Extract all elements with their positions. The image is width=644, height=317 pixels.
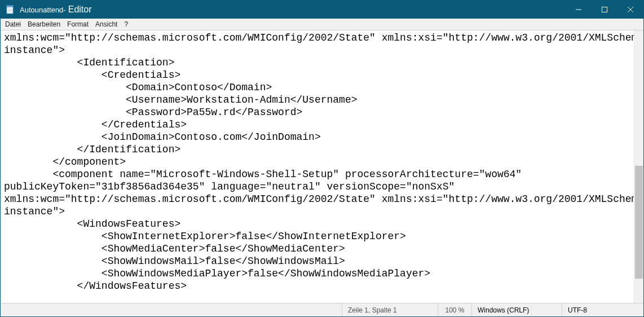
menubar: Datei Bearbeiten Format Ansicht ? [1, 19, 643, 30]
app-icon [1, 5, 20, 14]
menu-format[interactable]: Format [64, 20, 92, 29]
notepad-icon [6, 5, 15, 14]
close-icon [628, 7, 633, 12]
maximize-button[interactable] [592, 1, 617, 19]
title-separator: - [63, 6, 65, 14]
menu-view[interactable]: Ansicht [92, 20, 121, 29]
status-spacer [1, 303, 342, 316]
minimize-button[interactable] [566, 1, 592, 19]
document-name: Autounattend [20, 6, 63, 14]
svg-rect-6 [602, 7, 607, 12]
maximize-icon [602, 7, 607, 12]
titlebar[interactable]: Autounattend - Editor [1, 1, 643, 19]
close-button[interactable] [617, 1, 643, 19]
scrollbar-thumb[interactable] [635, 166, 643, 279]
statusbar: Zeile 1, Spalte 1 100 % Windows (CRLF) U… [1, 303, 643, 316]
app-name: Editor [68, 5, 92, 15]
menu-edit[interactable]: Bearbeiten [24, 20, 64, 29]
svg-rect-1 [7, 6, 13, 7]
status-zoom: 100 % [438, 303, 471, 316]
text-editor[interactable]: xmlns:wcm="http://schemas.microsoft.com/… [1, 30, 643, 303]
notepad-window: Autounattend - Editor Datei Bearbeiten F… [0, 0, 644, 317]
menu-file[interactable]: Datei [2, 20, 24, 29]
menu-help[interactable]: ? [121, 20, 131, 29]
status-cursor-position: Zeile 1, Spalte 1 [342, 303, 438, 316]
status-encoding: UTF-8 [562, 303, 643, 316]
vertical-scrollbar[interactable] [634, 30, 643, 303]
status-line-ending: Windows (CRLF) [471, 303, 562, 316]
editor-area: xmlns:wcm="http://schemas.microsoft.com/… [1, 30, 643, 303]
minimize-icon [576, 7, 581, 12]
